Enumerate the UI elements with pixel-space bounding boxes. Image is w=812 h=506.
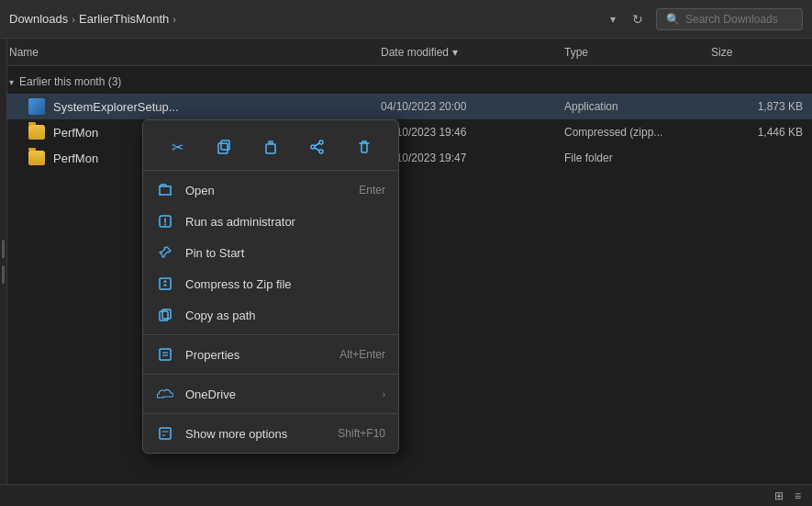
list-view-button[interactable]: ≡ <box>791 488 805 504</box>
file-icon-folder <box>28 149 46 167</box>
col-header-size[interactable]: Size <box>711 46 803 59</box>
col-header-type[interactable]: Type <box>564 46 711 59</box>
svg-point-4 <box>319 141 323 144</box>
open-icon <box>156 181 174 199</box>
svg-rect-0 <box>218 143 228 153</box>
group-label: Earlier this month (3) <box>19 75 121 88</box>
address-bar: Downloads › EarlierThisMonth › ▾ ↻ 🔍 <box>0 0 812 39</box>
search-input[interactable] <box>685 13 793 26</box>
context-menu-item-properties[interactable]: Properties Alt+Enter <box>143 339 398 370</box>
context-menu-separator3 <box>143 413 398 414</box>
svg-line-8 <box>315 148 319 151</box>
file-list: ▾ Earlier this month (3) SystemExplorerS… <box>0 66 812 171</box>
table-row[interactable]: PerfMon 04/10/2023 19:46 Compressed (zip… <box>0 119 812 145</box>
properties-icon <box>156 345 174 364</box>
context-menu-icon-row: ✂ <box>143 124 398 171</box>
copy-path-label: Copy as path <box>185 309 385 322</box>
group-chevron-icon: ▾ <box>9 77 14 87</box>
svg-rect-13 <box>160 349 171 360</box>
properties-shortcut: Alt+Enter <box>339 348 385 361</box>
file-type: File folder <box>564 152 711 164</box>
share-button[interactable] <box>302 131 333 163</box>
cut-button[interactable]: ✂ <box>161 131 193 163</box>
file-type: Compressed (zipp... <box>564 126 711 139</box>
col-header-name[interactable]: Name <box>9 46 381 59</box>
file-icon-exe <box>28 97 46 116</box>
col-header-date[interactable]: Date modified ▾ <box>381 46 564 59</box>
pin-icon <box>156 243 174 262</box>
properties-label: Properties <box>185 348 328 362</box>
svg-point-5 <box>311 145 315 149</box>
breadcrumb-earlier[interactable]: EarlierThisMonth <box>79 12 169 26</box>
context-menu-item-run-admin[interactable]: Run as administrator <box>143 206 398 237</box>
file-size: 1,446 KB <box>711 126 803 139</box>
pin-label: Pin to Start <box>185 246 385 260</box>
file-date: 04/10/2023 19:46 <box>381 126 564 139</box>
compress-label: Compress to Zip file <box>185 277 385 291</box>
tile-view-button[interactable]: ⊞ <box>771 488 787 504</box>
breadcrumb: Downloads › EarlierThisMonth › <box>9 12 601 26</box>
svg-rect-2 <box>266 144 275 153</box>
file-date: 04/10/2023 20:00 <box>381 100 564 113</box>
context-menu-separator2 <box>143 374 398 375</box>
status-bar: ⊞ ≡ <box>0 484 812 506</box>
breadcrumb-downloads[interactable]: Downloads <box>9 12 68 26</box>
context-menu-item-copy-path[interactable]: Copy as path <box>143 299 398 331</box>
context-menu-separator <box>143 334 398 335</box>
copy-path-icon <box>156 306 174 324</box>
show-more-icon <box>156 424 174 443</box>
search-box[interactable]: 🔍 <box>656 8 803 30</box>
svg-rect-16 <box>160 428 171 439</box>
indicator-dot <box>2 240 5 258</box>
compress-icon <box>156 275 174 293</box>
open-label: Open <box>185 184 348 197</box>
search-icon: 🔍 <box>666 13 680 26</box>
run-admin-icon <box>156 212 174 231</box>
show-more-label: Show more options <box>185 427 327 441</box>
onedrive-arrow-icon: › <box>383 389 385 399</box>
delete-button[interactable] <box>349 131 380 163</box>
group-header: ▾ Earlier this month (3) <box>0 70 812 94</box>
run-admin-label: Run as administrator <box>185 215 385 229</box>
file-size: 1,873 KB <box>711 100 803 113</box>
svg-line-7 <box>315 143 319 146</box>
breadcrumb-sep1: › <box>72 14 75 25</box>
table-row[interactable]: SystemExplorerSetup... 04/10/2023 20:00 … <box>0 94 812 119</box>
breadcrumb-expand-button[interactable]: ▾ <box>606 9 619 29</box>
context-menu-item-open[interactable]: Open Enter <box>143 174 398 206</box>
paste-button[interactable] <box>255 131 286 163</box>
svg-point-6 <box>319 150 323 153</box>
onedrive-label: OneDrive <box>185 388 372 401</box>
file-list-header: Name Date modified ▾ Type Size <box>0 39 812 66</box>
file-type: Application <box>564 100 711 113</box>
context-menu: ✂ <box>142 119 399 454</box>
context-menu-item-pin[interactable]: Pin to Start <box>143 237 398 268</box>
open-shortcut: Enter <box>359 184 385 197</box>
left-panel-indicator <box>0 39 7 484</box>
svg-rect-3 <box>268 141 273 144</box>
file-icon-zip <box>28 123 46 141</box>
indicator-dot <box>2 265 5 284</box>
context-menu-item-onedrive[interactable]: OneDrive › <box>143 378 398 410</box>
file-date: 04/10/2023 19:47 <box>381 152 564 164</box>
table-row[interactable]: PerfMon 04/10/2023 19:47 File folder <box>0 145 812 171</box>
sort-arrow-icon: ▾ <box>452 46 458 59</box>
context-menu-item-compress[interactable]: Compress to Zip file <box>143 268 398 299</box>
refresh-button[interactable]: ↻ <box>625 8 651 30</box>
file-name: SystemExplorerSetup... <box>53 100 381 114</box>
show-more-shortcut: Shift+F10 <box>338 427 385 440</box>
breadcrumb-sep2: › <box>172 14 176 25</box>
copy-button[interactable] <box>208 131 239 163</box>
onedrive-icon <box>156 385 174 403</box>
context-menu-item-show-more[interactable]: Show more options Shift+F10 <box>143 418 398 449</box>
